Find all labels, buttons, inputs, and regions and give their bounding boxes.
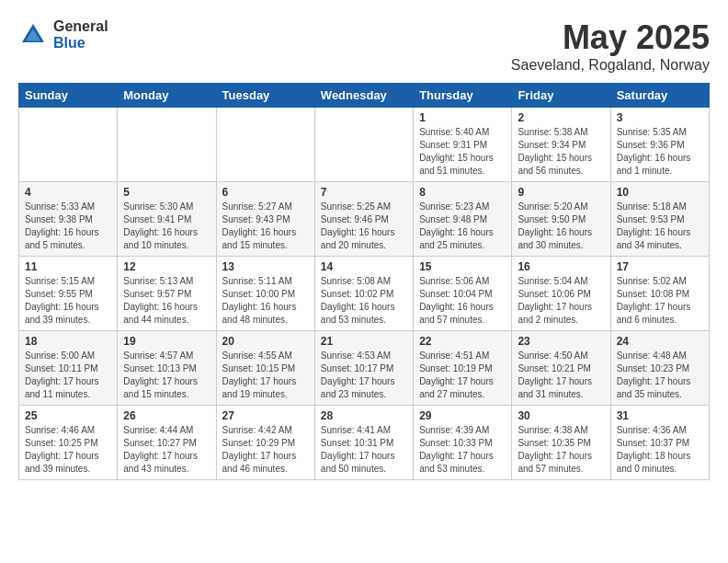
location: Saeveland, Rogaland, Norway <box>511 57 710 74</box>
day-info: Sunrise: 5:15 AMSunset: 9:55 PMDaylight:… <box>25 275 111 327</box>
day-number: 25 <box>25 409 111 422</box>
day-info: Sunrise: 5:25 AMSunset: 9:46 PMDaylight:… <box>321 201 407 252</box>
calendar-day-cell <box>118 108 216 182</box>
day-number: 30 <box>518 409 604 422</box>
calendar-day-cell: 20Sunrise: 4:55 AMSunset: 10:15 PMDaylig… <box>216 331 314 406</box>
calendar-day-cell: 13Sunrise: 5:11 AMSunset: 10:00 PMDaylig… <box>216 257 314 331</box>
calendar-day-cell <box>314 108 413 182</box>
logo-text: General Blue <box>53 18 108 51</box>
day-number: 12 <box>123 260 210 273</box>
calendar-day-cell: 8Sunrise: 5:23 AMSunset: 9:48 PMDaylight… <box>414 182 512 257</box>
calendar-day-cell: 25Sunrise: 4:46 AMSunset: 10:25 PMDaylig… <box>19 406 118 480</box>
calendar-day-cell: 22Sunrise: 4:51 AMSunset: 10:19 PMDaylig… <box>414 331 512 406</box>
calendar-day-cell: 12Sunrise: 5:13 AMSunset: 9:57 PMDayligh… <box>118 257 216 331</box>
calendar-day-cell <box>216 108 314 182</box>
calendar-day-cell: 23Sunrise: 4:50 AMSunset: 10:21 PMDaylig… <box>512 331 610 406</box>
day-number: 23 <box>518 335 604 348</box>
calendar-day-cell: 15Sunrise: 5:06 AMSunset: 10:04 PMDaylig… <box>414 257 512 331</box>
day-info: Sunrise: 4:44 AMSunset: 10:27 PMDaylight… <box>123 424 210 476</box>
day-info: Sunrise: 5:04 AMSunset: 10:06 PMDaylight… <box>518 275 604 327</box>
day-number: 24 <box>617 335 703 348</box>
day-number: 6 <box>222 186 309 199</box>
calendar-day-cell: 19Sunrise: 4:57 AMSunset: 10:13 PMDaylig… <box>118 331 216 406</box>
day-number: 21 <box>321 335 407 348</box>
calendar-header: SundayMondayTuesdayWednesdayThursdayFrid… <box>19 84 710 108</box>
calendar-body: 1Sunrise: 5:40 AMSunset: 9:31 PMDaylight… <box>19 108 710 480</box>
calendar-day-cell: 14Sunrise: 5:08 AMSunset: 10:02 PMDaylig… <box>314 257 413 331</box>
day-info: Sunrise: 5:00 AMSunset: 10:11 PMDaylight… <box>25 350 111 401</box>
day-info: Sunrise: 5:06 AMSunset: 10:04 PMDaylight… <box>419 275 506 327</box>
calendar-day-cell: 6Sunrise: 5:27 AMSunset: 9:43 PMDaylight… <box>216 182 314 257</box>
calendar-day-cell: 30Sunrise: 4:38 AMSunset: 10:35 PMDaylig… <box>512 406 610 480</box>
day-info: Sunrise: 4:36 AMSunset: 10:37 PMDaylight… <box>617 424 703 476</box>
day-number: 14 <box>321 260 407 273</box>
calendar-day-cell: 3Sunrise: 5:35 AMSunset: 9:36 PMDaylight… <box>610 108 709 182</box>
day-info: Sunrise: 4:55 AMSunset: 10:15 PMDaylight… <box>222 350 309 401</box>
day-number: 10 <box>617 186 703 199</box>
day-info: Sunrise: 5:40 AMSunset: 9:31 PMDaylight:… <box>419 126 506 178</box>
calendar-day-cell: 2Sunrise: 5:38 AMSunset: 9:34 PMDaylight… <box>512 108 610 182</box>
day-info: Sunrise: 4:48 AMSunset: 10:23 PMDaylight… <box>617 350 703 401</box>
day-number: 26 <box>123 409 210 422</box>
calendar-week-row: 11Sunrise: 5:15 AMSunset: 9:55 PMDayligh… <box>19 257 710 331</box>
weekday-header: Monday <box>118 84 216 108</box>
calendar-day-cell: 4Sunrise: 5:33 AMSunset: 9:38 PMDaylight… <box>19 182 118 257</box>
calendar-day-cell: 7Sunrise: 5:25 AMSunset: 9:46 PMDaylight… <box>314 182 413 257</box>
logo-blue: Blue <box>53 35 108 52</box>
calendar-day-cell: 10Sunrise: 5:18 AMSunset: 9:53 PMDayligh… <box>610 182 709 257</box>
calendar-day-cell: 27Sunrise: 4:42 AMSunset: 10:29 PMDaylig… <box>216 406 314 480</box>
day-info: Sunrise: 4:39 AMSunset: 10:33 PMDaylight… <box>419 424 506 476</box>
calendar-week-row: 4Sunrise: 5:33 AMSunset: 9:38 PMDaylight… <box>19 182 710 257</box>
weekday-header: Saturday <box>610 84 709 108</box>
weekday-header: Sunday <box>19 84 118 108</box>
day-number: 8 <box>419 186 506 199</box>
day-info: Sunrise: 5:13 AMSunset: 9:57 PMDaylight:… <box>123 275 210 327</box>
calendar-day-cell: 11Sunrise: 5:15 AMSunset: 9:55 PMDayligh… <box>19 257 118 331</box>
day-info: Sunrise: 4:42 AMSunset: 10:29 PMDaylight… <box>222 424 309 476</box>
day-info: Sunrise: 4:46 AMSunset: 10:25 PMDaylight… <box>25 424 111 476</box>
day-info: Sunrise: 4:38 AMSunset: 10:35 PMDaylight… <box>518 424 604 476</box>
weekday-header: Tuesday <box>216 84 314 108</box>
day-number: 9 <box>518 186 604 199</box>
day-number: 16 <box>518 260 604 273</box>
day-number: 29 <box>419 409 506 422</box>
calendar-week-row: 1Sunrise: 5:40 AMSunset: 9:31 PMDaylight… <box>19 108 710 182</box>
day-number: 1 <box>419 111 506 124</box>
day-number: 4 <box>25 186 111 199</box>
day-info: Sunrise: 5:02 AMSunset: 10:08 PMDaylight… <box>617 275 703 327</box>
day-number: 20 <box>222 335 309 348</box>
day-info: Sunrise: 5:35 AMSunset: 9:36 PMDaylight:… <box>617 126 703 178</box>
day-number: 13 <box>222 260 309 273</box>
logo-general: General <box>53 18 108 35</box>
day-info: Sunrise: 5:27 AMSunset: 9:43 PMDaylight:… <box>222 201 309 252</box>
day-info: Sunrise: 4:51 AMSunset: 10:19 PMDaylight… <box>419 350 506 401</box>
calendar-day-cell: 9Sunrise: 5:20 AMSunset: 9:50 PMDaylight… <box>512 182 610 257</box>
calendar-day-cell <box>19 108 118 182</box>
day-info: Sunrise: 5:30 AMSunset: 9:41 PMDaylight:… <box>123 201 210 252</box>
day-info: Sunrise: 4:41 AMSunset: 10:31 PMDaylight… <box>321 424 407 476</box>
title-area: May 2025 Saeveland, Rogaland, Norway <box>511 18 710 74</box>
logo: General Blue <box>18 18 108 51</box>
day-number: 7 <box>321 186 407 199</box>
weekday-header: Friday <box>512 84 610 108</box>
day-info: Sunrise: 4:53 AMSunset: 10:17 PMDaylight… <box>321 350 407 401</box>
weekday-row: SundayMondayTuesdayWednesdayThursdayFrid… <box>19 84 710 108</box>
day-info: Sunrise: 5:38 AMSunset: 9:34 PMDaylight:… <box>518 126 604 178</box>
day-number: 2 <box>518 111 604 124</box>
calendar-week-row: 25Sunrise: 4:46 AMSunset: 10:25 PMDaylig… <box>19 406 710 480</box>
day-info: Sunrise: 5:18 AMSunset: 9:53 PMDaylight:… <box>617 201 703 252</box>
calendar-day-cell: 16Sunrise: 5:04 AMSunset: 10:06 PMDaylig… <box>512 257 610 331</box>
calendar-day-cell: 24Sunrise: 4:48 AMSunset: 10:23 PMDaylig… <box>610 331 709 406</box>
day-number: 5 <box>123 186 210 199</box>
calendar-day-cell: 17Sunrise: 5:02 AMSunset: 10:08 PMDaylig… <box>610 257 709 331</box>
month-title: May 2025 <box>511 18 710 57</box>
day-info: Sunrise: 4:57 AMSunset: 10:13 PMDaylight… <box>123 350 210 401</box>
day-number: 11 <box>25 260 111 273</box>
page-header: General Blue May 2025 Saeveland, Rogalan… <box>18 18 710 74</box>
weekday-header: Wednesday <box>314 84 413 108</box>
logo-icon <box>18 20 48 50</box>
calendar-day-cell: 1Sunrise: 5:40 AMSunset: 9:31 PMDaylight… <box>414 108 512 182</box>
calendar-day-cell: 21Sunrise: 4:53 AMSunset: 10:17 PMDaylig… <box>314 331 413 406</box>
calendar-day-cell: 29Sunrise: 4:39 AMSunset: 10:33 PMDaylig… <box>414 406 512 480</box>
day-number: 28 <box>321 409 407 422</box>
